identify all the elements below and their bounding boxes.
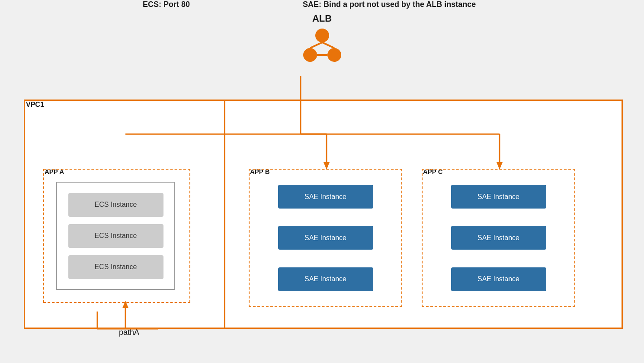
sae-instance-b-3: SAE Instance bbox=[278, 267, 373, 291]
svg-point-1 bbox=[303, 48, 317, 62]
path-a-label: pathA bbox=[119, 328, 139, 337]
col-label-sae: SAE: Bind a port not used by the ALB ins… bbox=[303, 0, 476, 9]
svg-point-2 bbox=[327, 48, 341, 62]
svg-line-4 bbox=[322, 42, 334, 48]
sae-instance-b-1: SAE Instance bbox=[278, 185, 373, 209]
diagram-container: ALB ECS: Port 80 SAE: Bind a port not us… bbox=[0, 0, 644, 363]
alb-label: ALB bbox=[312, 13, 332, 24]
vpc1-label: VPC1 bbox=[26, 101, 44, 109]
ecs-instance-1: ECS Instance bbox=[68, 193, 163, 217]
ecs-instance-2: ECS Instance bbox=[68, 224, 163, 248]
sae-instance-c-3: SAE Instance bbox=[451, 267, 546, 291]
sae-instance-c-1: SAE Instance bbox=[451, 185, 546, 209]
sae-instance-c-2: SAE Instance bbox=[451, 226, 546, 250]
app-c-box: SAE Instance SAE Instance SAE Instance bbox=[422, 169, 575, 307]
col-label-ecs: ECS: Port 80 bbox=[143, 0, 190, 9]
app-b-box: SAE Instance SAE Instance SAE Instance bbox=[249, 169, 402, 307]
alb-section: ALB bbox=[301, 13, 344, 64]
ecs-instance-3: ECS Instance bbox=[68, 255, 163, 279]
app-c-instances-container: SAE Instance SAE Instance SAE Instance bbox=[423, 170, 574, 306]
sae-instance-b-2: SAE Instance bbox=[278, 226, 373, 250]
alb-icon bbox=[301, 27, 344, 64]
vpc-divider bbox=[224, 100, 225, 329]
svg-line-3 bbox=[310, 42, 322, 48]
ecs-instances-container: ECS Instance ECS Instance ECS Instance bbox=[56, 182, 175, 290]
app-b-instances-container: SAE Instance SAE Instance SAE Instance bbox=[250, 170, 401, 306]
svg-point-0 bbox=[315, 29, 329, 42]
